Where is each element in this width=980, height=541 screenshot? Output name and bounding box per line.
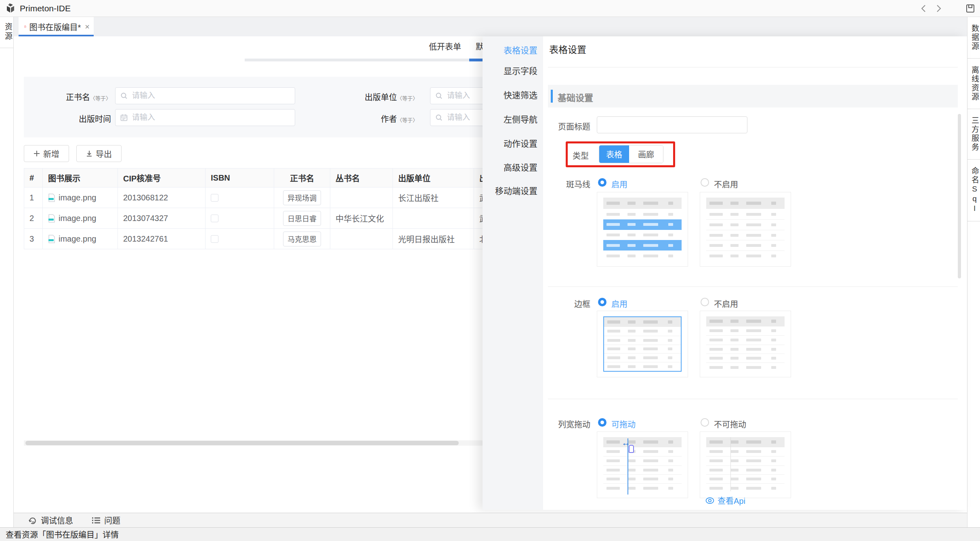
zebra-off-preview[interactable] [700, 192, 791, 267]
drag-off-preview[interactable] [700, 432, 791, 498]
section-basic-settings: 基础设置 [548, 85, 958, 107]
menu-item-advanced-settings[interactable]: 高级设置 [504, 161, 537, 173]
drag-on-radio[interactable] [598, 418, 606, 427]
menu-item-display-fields[interactable]: 显示字段 [504, 64, 537, 76]
file-name[interactable]: image.png [59, 193, 96, 202]
section-accent-bar [551, 90, 553, 103]
view-tabs: 低开表单 默 [14, 36, 483, 61]
panel-title: 表格设置 [549, 42, 586, 56]
problems-button[interactable]: 问题 [92, 514, 120, 526]
panel-scrollbar-thumb[interactable] [958, 114, 961, 278]
field-label-title: 正书名〈等于〉 [36, 91, 111, 103]
border-on-radio[interactable] [598, 298, 606, 306]
download-icon [86, 150, 92, 157]
add-button[interactable]: 新增 [24, 145, 69, 162]
right-rail: 数据源 离线资源 三方服务 命名Sql [967, 17, 980, 541]
menu-item-quick-filter[interactable]: 快速筛选 [504, 88, 537, 101]
zebra-on-preview[interactable] [597, 192, 688, 267]
menu-item-left-nav[interactable]: 左侧导航 [504, 113, 537, 125]
zebra-off-radio[interactable] [701, 178, 709, 187]
search-icon [435, 92, 443, 99]
settings-menu: 表格设置 显示字段 快速筛选 左侧导航 动作设置 高级设置 移动端设置 [483, 36, 543, 510]
table-row: 2 image.png 2013074327 日思日睿 中华长江文化 武汉 [24, 208, 557, 229]
application-window: Primeton-IDE 资源 数据源 离线资源 三方服务 命名Sql 图书在版… [0, 0, 980, 541]
zebra-label: 斑马线 [546, 178, 590, 190]
type-segmented-control: 表格 画廊 [599, 145, 663, 163]
tab-book-cip-editor[interactable]: 图书在版编目* × [19, 17, 94, 36]
title-search-input[interactable] [131, 91, 290, 101]
col-header-series: 丛书名 [330, 168, 393, 187]
primeton-logo-icon [5, 3, 16, 14]
page-title-input[interactable] [597, 116, 747, 133]
divider [548, 67, 958, 67]
view-tabs-active-indicator [469, 59, 483, 61]
border-off-preview[interactable] [700, 311, 791, 377]
file-name[interactable]: image.png [59, 214, 96, 223]
drag-on-preview[interactable]: ↔ [597, 432, 688, 498]
export-button[interactable]: 导出 [76, 145, 122, 162]
plus-icon [34, 150, 40, 157]
border-on-preview[interactable] [597, 311, 688, 377]
image-file-icon [48, 235, 55, 243]
tab-low-code-form[interactable]: 低开表单 [429, 40, 461, 52]
drag-on-option[interactable]: 可拖动 [611, 418, 636, 430]
table-settings-panel: 表格设置 显示字段 快速筛选 左侧导航 动作设置 高级设置 移动端设置 表格设置… [483, 36, 967, 510]
field-label-author: 作者〈等于〉 [343, 113, 418, 124]
title-tag[interactable]: 日思日睿 [283, 211, 321, 226]
view-api-link[interactable]: 查看Api [705, 495, 745, 506]
scrollbar-thumb[interactable] [25, 441, 459, 445]
sidebar-item-named-sql[interactable]: 命名Sql [967, 160, 980, 221]
drag-off-option[interactable]: 不可拖动 [714, 418, 746, 430]
file-name[interactable]: image.png [59, 234, 96, 244]
border-off-option[interactable]: 不启用 [714, 298, 738, 309]
drag-off-radio[interactable] [701, 418, 709, 427]
col-header-index: # [24, 168, 43, 187]
document-icon [24, 23, 26, 31]
sidebar-item-third-party-services[interactable]: 三方服务 [967, 109, 980, 160]
calendar-icon [120, 114, 128, 121]
save-icon[interactable] [966, 4, 975, 13]
debug-info-button[interactable]: 调试信息 [28, 514, 73, 526]
divider [548, 286, 958, 287]
publish-date-input[interactable] [131, 113, 290, 122]
title-tag[interactable]: 马克思恩 [283, 232, 321, 246]
image-file-icon [48, 194, 55, 202]
title-tag[interactable]: 异现场调 [283, 190, 321, 205]
menu-item-mobile-settings[interactable]: 移动端设置 [495, 184, 537, 196]
section-title: 基础设置 [558, 91, 593, 103]
search-icon [435, 114, 443, 121]
type-option-table[interactable]: 表格 [599, 145, 629, 163]
tab-close-icon[interactable]: × [85, 23, 90, 31]
menu-item-action-settings[interactable]: 动作设置 [504, 137, 537, 149]
view-tabs-scroll-track[interactable] [245, 59, 483, 61]
menu-item-table-settings[interactable]: 表格设置 [504, 44, 537, 56]
table-horizontal-scrollbar[interactable] [24, 440, 483, 446]
border-off-radio[interactable] [701, 298, 709, 306]
hand-cursor-icon [629, 445, 634, 453]
status-text: 查看资源「图书在版编目」详情 [6, 528, 119, 540]
table-header-row: # 图书展示 CIP核准号 ISBN 正书名 丛书名 出版单位 出版 [24, 168, 557, 187]
left-rail: 资源 [0, 17, 14, 527]
sidebar-item-offline-resources[interactable]: 离线资源 [967, 59, 980, 109]
sidebar-item-resources[interactable]: 资源 [0, 17, 13, 48]
debug-icon [28, 516, 37, 525]
nav-back-icon[interactable] [921, 4, 926, 13]
bottom-panel-bar: 调试信息 问题 [14, 513, 967, 527]
zebra-on-option[interactable]: 启用 [611, 178, 627, 190]
zebra-off-option[interactable]: 不启用 [714, 178, 738, 190]
type-option-gallery[interactable]: 画廊 [629, 145, 663, 163]
eye-icon [705, 497, 714, 504]
books-table: # 图书展示 CIP核准号 ISBN 正书名 丛书名 出版单位 出版 1 ima… [24, 168, 557, 249]
sidebar-item-datasource[interactable]: 数据源 [967, 17, 980, 59]
isbn-checkbox[interactable] [211, 215, 218, 222]
app-title: Primeton-IDE [20, 4, 71, 13]
editor-tab-strip: 图书在版编目* × [14, 17, 967, 36]
type-label: 类型 [544, 149, 589, 161]
border-on-option[interactable]: 启用 [611, 298, 627, 309]
status-bar: 查看资源「图书在版编目」详情 [0, 527, 980, 541]
isbn-checkbox[interactable] [211, 235, 218, 243]
isbn-checkbox[interactable] [211, 194, 218, 202]
zebra-on-radio[interactable] [598, 178, 606, 187]
nav-forward-icon[interactable] [936, 4, 942, 13]
list-icon [92, 516, 101, 524]
